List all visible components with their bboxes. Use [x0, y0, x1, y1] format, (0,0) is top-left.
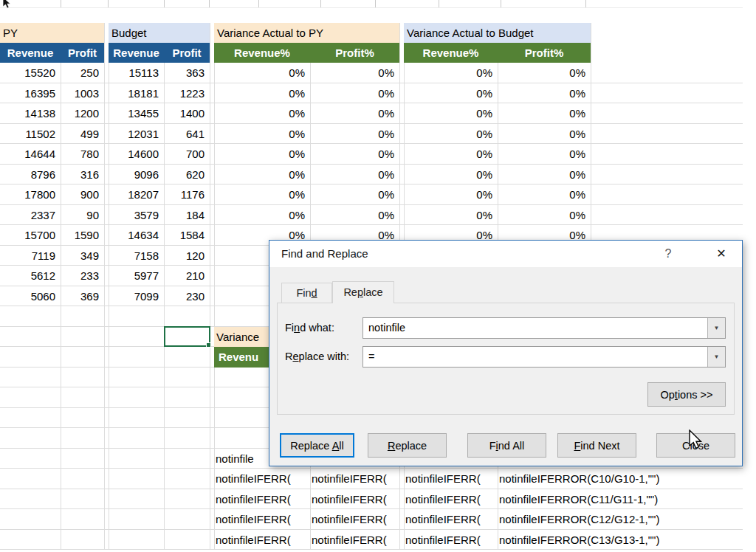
cell[interactable]: 0%: [310, 103, 399, 124]
tab-find[interactable]: Find: [281, 283, 332, 303]
formula-cell[interactable]: notinfileIFERR(: [310, 530, 399, 551]
cell[interactable]: 230: [164, 286, 210, 307]
cell[interactable]: 700: [164, 144, 210, 165]
subheader-varbud-revenue-pct[interactable]: Revenue%: [404, 43, 498, 63]
cell[interactable]: 1003: [61, 83, 104, 104]
subheader-budget-profit[interactable]: Profit: [164, 43, 210, 63]
cell[interactable]: 369: [61, 286, 104, 307]
formula-cell[interactable]: notinfileIFERR(: [404, 489, 498, 510]
cell[interactable]: 0%: [214, 144, 310, 165]
cell[interactable]: 14138: [0, 103, 61, 124]
cell[interactable]: 233: [61, 266, 104, 286]
cell[interactable]: 0%: [498, 165, 591, 185]
cell[interactable]: 90: [61, 205, 104, 226]
replace-with-combobox[interactable]: = ▼: [362, 346, 726, 368]
cell[interactable]: 15520: [0, 63, 61, 83]
subheader-varpy-profit-pct[interactable]: Profit%: [310, 43, 399, 63]
cell[interactable]: 7158: [109, 246, 164, 266]
cell[interactable]: 0%: [310, 124, 399, 145]
cell[interactable]: 0%: [404, 144, 498, 165]
cell[interactable]: 0%: [310, 165, 399, 185]
cell[interactable]: 17800: [0, 184, 61, 205]
cell[interactable]: 1176: [164, 184, 210, 205]
options-button[interactable]: Options >>: [647, 382, 726, 407]
cell[interactable]: 8796: [0, 165, 61, 185]
cell[interactable]: 250: [61, 63, 104, 83]
formula-cell[interactable]: notinfileIFERR(: [310, 509, 399, 530]
cell[interactable]: 0%: [310, 144, 399, 165]
cell[interactable]: 0%: [214, 165, 310, 185]
cell[interactable]: 13455: [109, 103, 164, 124]
cell[interactable]: 0%: [310, 184, 399, 205]
replace-button[interactable]: Replace: [368, 433, 447, 458]
cell[interactable]: 14600: [109, 144, 164, 165]
cell[interactable]: 184: [164, 205, 210, 226]
cell[interactable]: 363: [164, 63, 210, 83]
cell[interactable]: 0%: [498, 103, 591, 124]
cell[interactable]: 0%: [310, 205, 399, 226]
replace-all-button[interactable]: Replace All: [280, 433, 354, 458]
fill-handle[interactable]: [206, 342, 211, 348]
cell[interactable]: 0%: [310, 83, 399, 104]
dialog-titlebar[interactable]: Find and Replace ? ✕: [269, 241, 742, 267]
cell[interactable]: 14644: [0, 144, 61, 165]
cell[interactable]: 1584: [164, 225, 210, 246]
cell[interactable]: 12031: [109, 124, 164, 145]
cell[interactable]: 0%: [498, 124, 591, 145]
cell[interactable]: 5977: [109, 266, 164, 286]
cell[interactable]: 0%: [214, 63, 310, 83]
group-header-variance-budget[interactable]: Variance Actual to Budget: [404, 23, 591, 43]
cell[interactable]: 0%: [498, 83, 591, 104]
formula-cell[interactable]: notinfileIFERROR(C12/G12-1,""): [498, 509, 659, 530]
find-all-button[interactable]: Find All: [467, 433, 546, 458]
find-what-combobox[interactable]: notinfile ▼: [362, 317, 726, 339]
cell[interactable]: 120: [164, 246, 210, 266]
cell[interactable]: 0%: [404, 124, 498, 145]
cell[interactable]: 0%: [214, 103, 310, 124]
cell[interactable]: 16395: [0, 83, 61, 104]
cell[interactable]: 0%: [310, 63, 399, 83]
cell[interactable]: 0%: [404, 103, 498, 124]
cell[interactable]: 0%: [214, 83, 310, 104]
cell[interactable]: 1223: [164, 83, 210, 104]
cell[interactable]: 3579: [109, 205, 164, 226]
find-next-button[interactable]: Find Next: [557, 433, 636, 458]
formula-cell[interactable]: notinfileIFERR(: [214, 489, 310, 510]
formula-cell[interactable]: notinfileIFERR(: [404, 469, 498, 489]
cell[interactable]: 0%: [214, 184, 310, 205]
cell[interactable]: 0%: [404, 184, 498, 205]
formula-cell[interactable]: notinfileIFERROR(C13/G13-1,""): [498, 530, 659, 551]
cell[interactable]: 0%: [404, 63, 498, 83]
subheader-varbud-profit-pct[interactable]: Profit%: [498, 43, 591, 63]
cell[interactable]: 900: [61, 184, 104, 205]
formula-cell[interactable]: notinfileIFERROR(C11/G11-1,""): [498, 489, 658, 510]
cell[interactable]: 1590: [61, 225, 104, 246]
formula-cell[interactable]: notinfileIFERR(: [404, 509, 498, 530]
cell[interactable]: 316: [61, 165, 104, 185]
formula-cell[interactable]: notinfileIFERR(: [310, 469, 399, 489]
cell[interactable]: 18181: [109, 83, 164, 104]
help-icon[interactable]: ?: [656, 241, 680, 267]
cell[interactable]: 5612: [0, 266, 61, 286]
cell[interactable]: 0%: [214, 124, 310, 145]
group-header-py[interactable]: PY: [0, 23, 104, 43]
subheader-varpy-revenue-pct[interactable]: Revenue%: [214, 43, 310, 63]
cell[interactable]: 18207: [109, 184, 164, 205]
group-header-variance-py[interactable]: Variance Actual to PY: [214, 23, 399, 43]
cell[interactable]: 349: [61, 246, 104, 266]
cell[interactable]: 5060: [0, 286, 61, 307]
subheader-py-profit[interactable]: Profit: [61, 43, 104, 63]
cell[interactable]: 7099: [109, 286, 164, 307]
cell[interactable]: 0%: [498, 205, 591, 226]
cell[interactable]: 0%: [498, 184, 591, 205]
cell[interactable]: 0%: [498, 63, 591, 83]
replace-with-value[interactable]: =: [368, 347, 374, 367]
tab-replace[interactable]: Replace: [332, 281, 394, 303]
cell[interactable]: 15700: [0, 225, 61, 246]
cell[interactable]: 1200: [61, 103, 104, 124]
cell[interactable]: 780: [61, 144, 104, 165]
selected-cell[interactable]: [164, 326, 210, 347]
formula-cell[interactable]: notinfileIFERROR(C10/G10-1,""): [498, 469, 659, 489]
cell[interactable]: 14634: [109, 225, 164, 246]
cell[interactable]: 0%: [404, 165, 498, 185]
